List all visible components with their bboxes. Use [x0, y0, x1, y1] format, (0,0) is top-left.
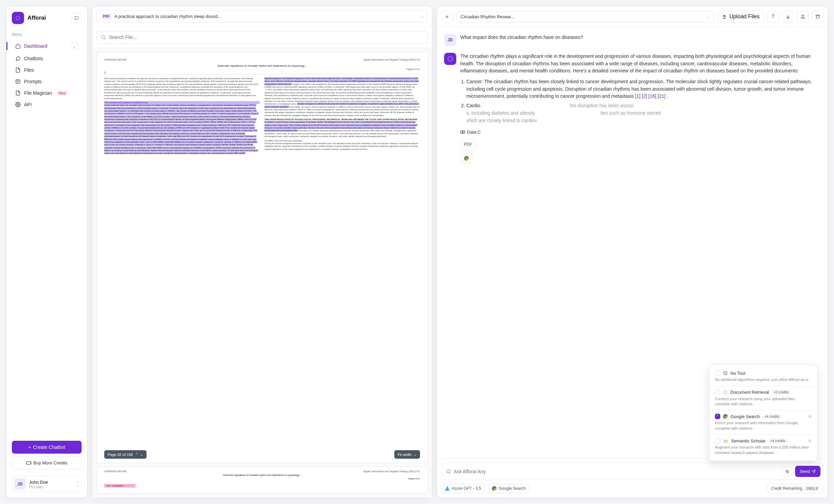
ask-input[interactable] [454, 469, 780, 474]
button-label: Create Chatbot [33, 444, 65, 450]
nav-label: Dashboard [24, 43, 47, 49]
copy-icon [785, 469, 789, 474]
popover-item-semantic-scholar[interactable]: Semantic Scholar +4 credits ⚙ Augment yo… [711, 435, 815, 459]
download-button[interactable] [782, 11, 794, 22]
citation-link[interactable]: [1] [2] [16] [21] [635, 93, 666, 99]
input-bar: Send Azure GPT - 3.5 Google Search Credi… [437, 458, 828, 498]
copy-button[interactable] [782, 466, 792, 477]
azure-icon [445, 486, 450, 491]
search-icon [446, 469, 451, 474]
svg-line-9 [105, 38, 106, 39]
chevron-down-icon[interactable]: ⌄ [140, 452, 143, 457]
gear-icon[interactable]: ⚙ [808, 439, 812, 443]
search-input[interactable] [96, 31, 428, 44]
svg-point-13 [448, 56, 452, 61]
zoom-fit[interactable]: Fit width ⌄ [394, 450, 420, 459]
credit-badge: +4 credits [763, 414, 782, 419]
gear-icon[interactable]: ⚙ [808, 414, 812, 419]
data-completion: Data C [460, 129, 821, 136]
nav-label: API [24, 102, 32, 107]
page-pub: SPRINGER NATURE [104, 59, 127, 61]
checkbox[interactable] [715, 438, 720, 443]
model-chip[interactable]: Azure GPT - 3.5 [441, 484, 485, 493]
popover-item-google[interactable]: Google Search +4 credits ⚙ Enrich your r… [711, 410, 815, 435]
nav-file-magician[interactable]: File Magician New [12, 88, 82, 98]
user-card[interactable]: JD John Doe Pro plan ⌃⌄ [12, 476, 82, 492]
chat-icon [15, 56, 21, 61]
credit-badge: +4 credits [768, 438, 787, 443]
svg-point-14 [446, 469, 449, 473]
app-logo [12, 12, 24, 24]
checkbox[interactable] [715, 414, 720, 419]
send-icon [812, 469, 816, 474]
google-icon [464, 156, 469, 161]
send-button[interactable]: Send [795, 466, 820, 477]
chip-google[interactable] [460, 154, 473, 163]
svg-line-15 [449, 472, 450, 473]
document-scroll[interactable]: SPRINGER NATURE Signal Transduction and … [92, 48, 432, 498]
spinner-icon [723, 390, 728, 395]
export-button[interactable] [797, 11, 809, 22]
archive-button[interactable] [812, 11, 824, 22]
nav: Dashboard ⌄ Chatbots Files Prompts File … [12, 40, 82, 110]
home-icon [15, 43, 21, 49]
nav-label: Prompts [24, 79, 42, 84]
brand-name: Afforai [27, 15, 46, 21]
nav-dashboard[interactable]: Dashboard ⌄ [12, 40, 82, 52]
doc-selector[interactable]: PDF A practical approach to circadian rh… [96, 10, 428, 22]
svg-point-20 [724, 391, 727, 394]
help-button[interactable]: ? [767, 11, 779, 22]
page-indicator[interactable]: Page 02 of 168 ⌃ ⌄ [104, 450, 147, 459]
checkbox[interactable] [715, 370, 720, 376]
sort-icon: ⌃⌄ [76, 482, 79, 486]
nav-files[interactable]: Files [12, 65, 82, 75]
page-number: 2 [104, 71, 420, 74]
svg-rect-10 [801, 18, 804, 18]
pdf-page: SPRINGER NATURE Signal Transduction and … [96, 52, 428, 463]
plus-icon: + [28, 444, 31, 450]
collapse-button[interactable]: « [441, 11, 453, 22]
sidebar-toggle[interactable] [71, 13, 82, 23]
api-icon [15, 102, 21, 107]
create-chatbot-button[interactable]: + Create Chatbot [12, 441, 82, 454]
google-search-chip[interactable]: Google Search [488, 484, 529, 493]
buy-credits-button[interactable]: Buy More Credits [12, 456, 82, 469]
ban-icon [723, 371, 728, 375]
list-item: Cardio hm disruption has been associ s, … [466, 102, 821, 124]
popover-item-no-tool[interactable]: No Tool No additional algorithms require… [711, 367, 815, 386]
list-item: Cancer: The circadian rhythm has been cl… [466, 78, 821, 100]
user-plan: Pro plan [29, 485, 48, 489]
credit-value: 2901.8 [804, 486, 820, 491]
svg-point-0 [16, 16, 20, 20]
bot-message: The circadian rhythm plays a significant… [444, 53, 821, 163]
wallet-icon [26, 460, 31, 465]
checkbox[interactable] [715, 390, 720, 395]
svg-rect-1 [75, 16, 79, 19]
upload-button[interactable]: Upload Files [718, 10, 764, 23]
book-icon [460, 130, 465, 135]
chat-selector[interactable]: Circadian Rhythm Resear... ⌄ [456, 11, 714, 22]
chevron-down-icon: ⌄ [421, 15, 423, 18]
export-icon [800, 14, 805, 19]
chip-pdf[interactable]: PDF [460, 139, 476, 150]
pdf-page-next: SPRINGER NATURE Signal Transduction and … [96, 466, 428, 494]
credit-display: Credit Remaining 2901.8 [767, 483, 824, 494]
nav-api[interactable]: API [12, 99, 82, 110]
bot-avatar [444, 53, 456, 65]
avatar: JD [444, 34, 456, 46]
nav-label: File Magician [24, 90, 52, 96]
search-field[interactable] [109, 35, 423, 40]
doc-type: PDF [101, 14, 112, 19]
nav-chatbots[interactable]: Chatbots [12, 53, 82, 64]
doc-viewer: PDF A practical approach to circadian rh… [92, 6, 432, 498]
nav-prompts[interactable]: Prompts [12, 76, 82, 87]
popover-item-doc-retrieval[interactable]: Document Retrieval +2 credits Conduct yo… [711, 386, 815, 411]
svg-line-19 [724, 372, 727, 374]
svg-rect-12 [816, 16, 819, 18]
nav-label: Chatbots [24, 56, 43, 61]
user-name: John Doe [29, 480, 48, 485]
chevron-down-icon[interactable]: ⌄ [71, 42, 78, 50]
chevron-up-icon[interactable]: ⌃ [135, 452, 138, 457]
nav-label: Files [24, 67, 34, 73]
svg-point-8 [102, 36, 105, 39]
